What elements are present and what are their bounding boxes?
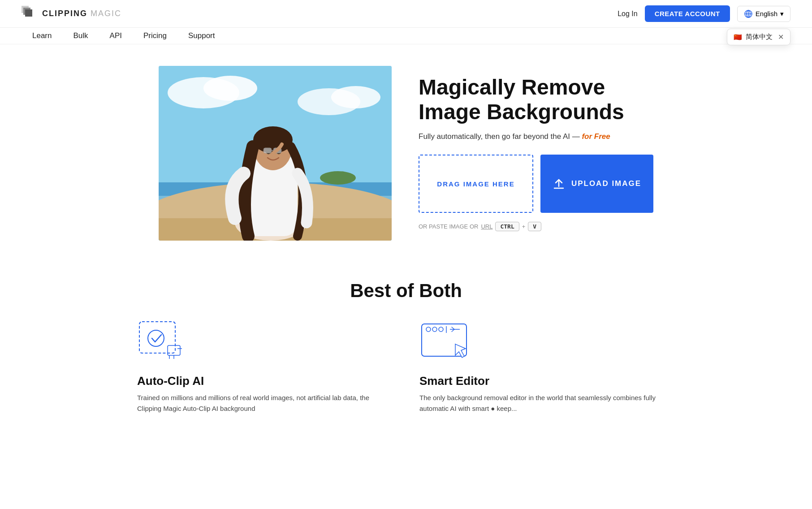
main-nav: Learn Bulk API Pricing Support [22,28,225,44]
svg-point-11 [331,86,380,108]
svg-rect-29 [168,345,180,355]
drag-label: DRAG IMAGE HERE [437,180,514,188]
lang-label: English [756,10,777,17]
nav-item-bulk[interactable]: Bulk [62,28,99,44]
create-account-button[interactable]: CREATE ACCOUNT [645,5,730,22]
nav-row: Learn Bulk API Pricing Support [0,28,812,44]
hero-subtitle: Fully automatically, then go far beyond … [419,132,653,141]
close-icon[interactable]: ✕ [778,33,784,41]
url-link[interactable]: URL [481,223,492,230]
logo-sub: MAGIC [91,9,121,18]
header: CLIPPING MAGIC Log In CREATE ACCOUNT Eng… [0,0,812,28]
svg-point-34 [426,327,431,332]
logo: CLIPPING MAGIC [22,6,121,22]
logo-main: CLIPPING [42,9,87,18]
smarteditor-icon [419,319,478,364]
svg-point-9 [203,76,257,101]
nav-item-pricing[interactable]: Pricing [133,28,177,44]
subtitle-prefix: Fully automatically, then go far beyond … [419,132,582,141]
logo-icon [22,6,38,22]
language-button[interactable]: English ▾ [737,6,790,22]
feature-autoclip-title: Auto-Clip AI [137,374,393,388]
svg-point-16 [320,171,356,185]
lang-dropdown-text: 简体中文 [746,33,773,41]
feature-autoclip-desc: Trained on millions and millions of real… [137,393,393,414]
upload-row: DRAG IMAGE HERE UPLOAD IMAGE [419,155,653,213]
nav-item-learn[interactable]: Learn [22,28,62,44]
paste-prefix: OR PASTE IMAGE OR [419,223,478,230]
svg-point-35 [432,327,437,332]
section-title: Best of Both [22,280,790,302]
svg-point-20 [253,126,293,153]
hero-image-wrap [159,66,392,241]
svg-point-36 [439,327,443,332]
feature-autoclip: Auto-Clip AI Trained on millions and mil… [137,319,393,414]
lang-dropdown: 🇨🇳 简体中文 ✕ [727,29,790,45]
upload-label: UPLOAD IMAGE [571,179,641,188]
chevron-down-icon: ▾ [780,10,784,18]
features-row: Auto-Clip AI Trained on millions and mil… [137,319,675,414]
paste-row: OR PASTE IMAGE OR URL CTRL + V [419,222,653,231]
ctrl-badge: CTRL [495,222,519,231]
plus-label: + [522,223,526,230]
feature-smarteditor: Smart Editor The only background removal… [419,319,675,414]
logo-text: CLIPPING MAGIC [42,9,121,18]
upload-button[interactable]: UPLOAD IMAGE [540,155,653,213]
svg-marker-39 [455,344,466,358]
globe-icon [744,9,753,18]
header-right: Log In CREATE ACCOUNT English ▾ 🇨🇳 简体中文 … [618,5,790,22]
login-button[interactable]: Log In [618,10,637,18]
hero-section: Magically Remove Image Backgrounds Fully… [137,44,675,259]
upload-icon [553,177,565,190]
drag-drop-zone[interactable]: DRAG IMAGE HERE [419,155,533,213]
feature-smarteditor-title: Smart Editor [419,374,675,388]
autoclip-icon [137,319,195,364]
nav-item-api[interactable]: API [99,28,133,44]
subtitle-highlight: for Free [582,132,610,141]
svg-rect-23 [263,148,272,153]
feature-smarteditor-desc: The only background removal editor in th… [419,393,675,414]
hero-image [159,66,392,241]
nav-item-support[interactable]: Support [177,28,226,44]
svg-rect-27 [139,322,175,353]
svg-point-28 [148,330,164,346]
hero-content: Magically Remove Image Backgrounds Fully… [419,66,653,231]
v-badge: V [528,222,541,231]
svg-rect-2 [25,9,32,17]
flag-icon: 🇨🇳 [734,33,742,41]
features-section: Best of Both Auto-Clip AI Trained on mil… [0,259,812,414]
hero-title: Magically Remove Image Backgrounds [419,75,653,124]
